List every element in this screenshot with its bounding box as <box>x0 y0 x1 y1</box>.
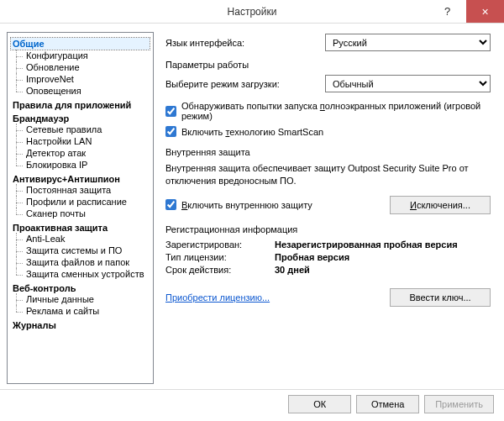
reg-title: Регистрационная информация <box>165 224 491 234</box>
ok-button[interactable]: ОК <box>288 395 351 413</box>
tree-item-notifications[interactable]: Оповещения <box>16 85 150 97</box>
checkbox-inner-protection[interactable] <box>165 199 176 210</box>
tree-item-ads[interactable]: Реклама и сайты <box>16 305 150 317</box>
checkbox-fullscreen-label: Обнаруживать попытки запуска полноэкранн… <box>181 101 491 121</box>
checkbox-smartscan-label: Включить технологию SmartScan <box>181 127 323 137</box>
nav-tree[interactable]: Общие Конфигурация Обновление ImproveNet… <box>7 32 154 384</box>
checkbox-smartscan[interactable] <box>165 126 176 137</box>
reg-license-label: Тип лицензии: <box>165 252 275 262</box>
cancel-button[interactable]: Отмена <box>356 395 419 413</box>
reg-registered-value: Незарегистрированная пробная версия <box>275 239 458 250</box>
inner-protection-title: Внутренняя защита <box>165 147 491 157</box>
tree-item-netrules[interactable]: Сетевые правила <box>16 124 150 135</box>
tree-item-config[interactable]: Конфигурация <box>16 50 150 61</box>
tree-proactive[interactable]: Проактивная защита <box>11 223 150 233</box>
reg-registered-label: Зарегистрирован: <box>165 239 275 250</box>
tree-item-fileprot[interactable]: Защита файлов и папок <box>16 256 150 268</box>
tree-item-personal[interactable]: Личные данные <box>16 293 150 305</box>
reg-term-value: 30 дней <box>275 265 310 275</box>
buy-license-link[interactable]: Приобрести лицензию... <box>165 292 270 303</box>
checkbox-inner-protection-label: Включить внутреннюю защиту <box>181 200 312 210</box>
tree-item-ipblock[interactable]: Блокировка IP <box>16 159 150 171</box>
reg-license-value: Пробная версия <box>275 252 349 262</box>
reg-term-label: Срок действия: <box>165 265 275 275</box>
main-panel: Язык интерфейса: Русский Параметры работ… <box>154 27 504 389</box>
tree-item-lan[interactable]: Настройки LAN <box>16 135 150 147</box>
titlebar: Настройки ? × <box>0 0 504 24</box>
tree-item-removable[interactable]: Защита сменных устройств <box>16 268 150 280</box>
exclusions-button[interactable]: Исключения... <box>390 196 491 214</box>
tree-firewall[interactable]: Брандмауэр <box>11 113 150 124</box>
tree-item-attack[interactable]: Детектор атак <box>16 147 150 159</box>
titlebar-buttons: ? × <box>428 0 504 23</box>
tree-item-update[interactable]: Обновление <box>16 61 150 73</box>
tree-rules[interactable]: Правила для приложений <box>11 100 150 110</box>
lang-select[interactable]: Русский <box>325 34 491 51</box>
apply-button[interactable]: Применить <box>424 395 494 413</box>
enter-key-button[interactable]: Ввести ключ... <box>390 288 491 307</box>
tree-item-antileak[interactable]: Anti-Leak <box>16 233 150 245</box>
tree-general[interactable]: Общие <box>11 38 150 50</box>
tree-item-improvenet[interactable]: ImproveNet <box>16 73 150 85</box>
inner-protection-text: Внутренняя защита обеспечивает защиту Ou… <box>165 162 491 187</box>
window-title: Настройки <box>228 6 277 18</box>
tree-item-realtime[interactable]: Постоянная защита <box>16 184 150 196</box>
mode-label: Выберите режим загрузки: <box>165 79 325 89</box>
tree-item-profiles[interactable]: Профили и расписание <box>16 196 150 208</box>
tree-logs[interactable]: Журналы <box>11 320 150 330</box>
button-bar: ОК Отмена Применить <box>0 389 504 418</box>
close-button[interactable]: × <box>466 0 504 23</box>
lang-label: Язык интерфейса: <box>165 38 325 48</box>
tree-item-sysprot[interactable]: Защита системы и ПО <box>16 245 150 256</box>
tree-webcontrol[interactable]: Веб-контроль <box>11 283 150 293</box>
params-label: Параметры работы <box>165 60 491 70</box>
checkbox-fullscreen[interactable] <box>165 106 176 117</box>
content-area: Общие Конфигурация Обновление ImproveNet… <box>0 24 504 389</box>
mode-select[interactable]: Обычный <box>325 75 491 92</box>
tree-antivirus[interactable]: Антивирус+Антишпион <box>11 174 150 184</box>
help-button[interactable]: ? <box>428 0 466 23</box>
tree-item-mailscan[interactable]: Сканер почты <box>16 208 150 219</box>
